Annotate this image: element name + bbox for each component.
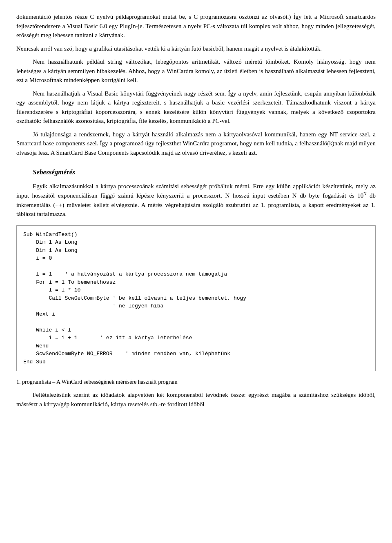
paragraph-3: Nem használhatunk például string változó…: [16, 57, 376, 85]
main-content: dokumentáció jelentős része C nyelvű pél…: [16, 12, 376, 409]
section-paragraph-1: Egyik alkalmazásunkkal a kártya processz…: [16, 182, 376, 219]
paragraph-5: Jó tulajdonsága a rendszernek, hogy a ká…: [16, 130, 376, 158]
superscript-n: N: [363, 191, 366, 196]
final-paragraph: Feltételezésünk szerint az időadatok ala…: [16, 390, 376, 409]
section-heading: Sebességmérés: [33, 167, 376, 178]
section-paragraph-1-text-a: Egyik alkalmazásunkkal a kártya processz…: [16, 183, 376, 218]
code-block: Sub WinCardTest() Dim l As Long Dim i As…: [16, 225, 376, 372]
paragraph-1: dokumentáció jelentős része C nyelvű pél…: [16, 12, 376, 40]
paragraph-2: Nemcsak arról van szó, hogy a grafikai u…: [16, 44, 376, 53]
code-caption: 1. programlista – A WinCard sebességének…: [16, 378, 376, 386]
paragraph-4: Nem használhatjuk a Visual Basic könyvtá…: [16, 89, 376, 126]
